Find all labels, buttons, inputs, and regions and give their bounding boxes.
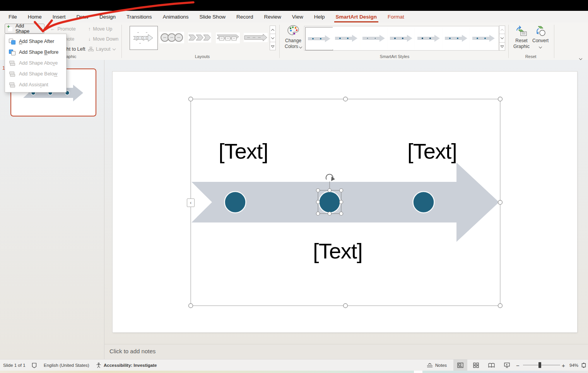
- layout-option-process-boxes[interactable]: [216, 33, 240, 43]
- spell-check-button[interactable]: [32, 359, 37, 371]
- reset-group-label: Reset: [515, 54, 546, 59]
- zoom-slider-track[interactable]: [523, 365, 560, 365]
- tab-review[interactable]: Review: [259, 11, 287, 22]
- styles-scroll-up-button[interactable]: [499, 26, 505, 34]
- smartart-style-option-3[interactable]: [360, 27, 387, 50]
- tab-animations[interactable]: Animations: [157, 11, 194, 22]
- tab-view[interactable]: View: [287, 11, 309, 22]
- proofing-icon: [32, 363, 37, 368]
- text-placeholder-top-right[interactable]: [Text]: [390, 139, 475, 164]
- reset-graphic-button[interactable]: Reset Graphic: [511, 25, 532, 50]
- add-shape-below-icon: [9, 71, 15, 77]
- fit-slide-button[interactable]: [581, 359, 586, 371]
- add-shape-icon: [7, 26, 13, 32]
- smartart-style-option-2[interactable]: [333, 27, 360, 50]
- layout-option-continuous-cycle[interactable]: [159, 32, 184, 43]
- slide-canvas-area: [Text] [Text] [Text] ‹: [104, 60, 588, 344]
- style-thumbnail-arrow-icon: [362, 33, 386, 43]
- layout-option-chevron-process[interactable]: [188, 33, 211, 43]
- reset-graphic-icon: [515, 25, 528, 36]
- layout-option-arrow-bar[interactable]: [244, 33, 268, 42]
- org-chart-icon: [88, 47, 94, 51]
- menu-item-add-shape-above[interactable]: Add Shape Above: [5, 58, 66, 68]
- text-pane-toggle-button[interactable]: ‹: [187, 198, 195, 207]
- tab-format[interactable]: Format: [382, 11, 410, 22]
- tab-transitions[interactable]: Transitions: [121, 11, 157, 22]
- layout-button[interactable]: Layout: [88, 46, 115, 52]
- style-thumbnail-arrow-icon: [389, 33, 413, 43]
- move-down-button[interactable]: ↓Move Down: [88, 36, 118, 42]
- tab-smartart-design[interactable]: SmartArt Design: [330, 11, 383, 22]
- accessibility-button[interactable]: Accessibility: Investigate: [96, 359, 157, 371]
- layouts-scroll-down-button[interactable]: [270, 34, 276, 42]
- milestone-circle-1: [225, 192, 246, 213]
- add-shape-before-icon: [9, 50, 15, 55]
- text-placeholder-top-left[interactable]: [Text]: [201, 139, 286, 164]
- taskbar-edge: [0, 371, 588, 373]
- zoom-out-button[interactable]: −: [516, 359, 520, 371]
- move-up-icon: ↑: [88, 26, 91, 32]
- style-thumbnail-arrow-icon: [417, 33, 441, 43]
- smartart-style-option-4[interactable]: [388, 27, 415, 50]
- promote-button[interactable]: ←Promote: [50, 26, 76, 32]
- milestone-circle-2-selected: [319, 192, 340, 213]
- convert-button[interactable]: Convert: [531, 25, 550, 50]
- menu-item-label: Add Shape Below: [19, 71, 57, 77]
- title-bar: [0, 0, 588, 11]
- tab-record[interactable]: Record: [231, 11, 259, 22]
- language-button[interactable]: English (United States): [44, 359, 89, 371]
- tab-insert[interactable]: Insert: [47, 11, 71, 22]
- smartart-style-option-6[interactable]: [443, 27, 470, 50]
- tab-draw[interactable]: Draw: [71, 11, 94, 22]
- tab-slide-show[interactable]: Slide Show: [194, 11, 231, 22]
- add-assistant-icon: [9, 82, 15, 88]
- smartart-style-option-5[interactable]: [415, 27, 442, 50]
- style-thumbnail-arrow-icon: [334, 33, 358, 43]
- add-shape-button[interactable]: Add Shape: [5, 24, 44, 34]
- fit-to-window-icon: [581, 363, 586, 368]
- accessibility-icon: [96, 363, 101, 368]
- slide-indicator: Slide 1 of 1: [3, 359, 26, 371]
- tab-design[interactable]: Design: [94, 11, 121, 22]
- menu-item-add-shape-below[interactable]: Add Shape Below: [5, 68, 66, 79]
- menu-item-add-shape-before[interactable]: Add Shape Before: [5, 47, 66, 58]
- tab-file[interactable]: File: [3, 11, 22, 22]
- smartart-style-option-7[interactable]: [470, 27, 497, 50]
- layouts-scroll-up-button[interactable]: [270, 26, 276, 34]
- ribbon: Add Shape ←Promote →Demote Right to Left…: [0, 22, 588, 60]
- menu-item-add-assistant[interactable]: Add Assistant: [5, 79, 66, 90]
- smartart-style-option-1[interactable]: [305, 27, 333, 50]
- slide-sorter-view-button[interactable]: [469, 359, 483, 371]
- text-placeholder-bottom[interactable]: [Text]: [295, 238, 380, 263]
- smartart-graphic[interactable]: [113, 72, 577, 332]
- notes-toggle-button[interactable]: Notes: [427, 359, 447, 371]
- tab-home[interactable]: Home: [22, 11, 47, 22]
- menu-item-add-shape-after[interactable]: Add Shape After: [5, 36, 66, 47]
- styles-gallery-scroll: [499, 26, 505, 51]
- slide-sorter-icon: [473, 363, 479, 368]
- layout-chevron-icon: [188, 33, 211, 42]
- zoom-in-button[interactable]: +: [562, 359, 565, 371]
- styles-scroll-down-button[interactable]: [499, 34, 505, 42]
- tab-help[interactable]: Help: [309, 11, 330, 22]
- normal-view-button[interactable]: [453, 359, 467, 371]
- zoom-level[interactable]: 94%: [569, 359, 578, 371]
- reading-view-button[interactable]: [484, 359, 498, 371]
- zoom-slider-thumb[interactable]: [538, 362, 541, 368]
- layouts-more-button[interactable]: [270, 42, 276, 50]
- rotate-handle[interactable]: [326, 174, 335, 181]
- layout-cycle-icon: [160, 32, 183, 43]
- styles-more-button[interactable]: [499, 42, 505, 51]
- layout-option-timeline-arrow[interactable]: [130, 26, 158, 50]
- slide-thumbnail-panel: 1: [0, 60, 104, 359]
- notes-pane[interactable]: Click to add notes: [104, 344, 588, 359]
- menu-item-label: Add Shape After: [19, 39, 54, 44]
- menu-item-label: Add Assistant: [19, 82, 48, 87]
- add-shape-label: Add Shape: [15, 23, 37, 34]
- change-colors-button[interactable]: Change Colors: [284, 25, 303, 50]
- slideshow-view-button[interactable]: [500, 359, 514, 371]
- move-up-button[interactable]: ↑Move Up: [88, 26, 112, 32]
- slide[interactable]: [Text] [Text] [Text]: [113, 72, 577, 332]
- smartart-styles-group-label: SmartArt Styles: [368, 54, 422, 59]
- notes-icon: [427, 363, 433, 368]
